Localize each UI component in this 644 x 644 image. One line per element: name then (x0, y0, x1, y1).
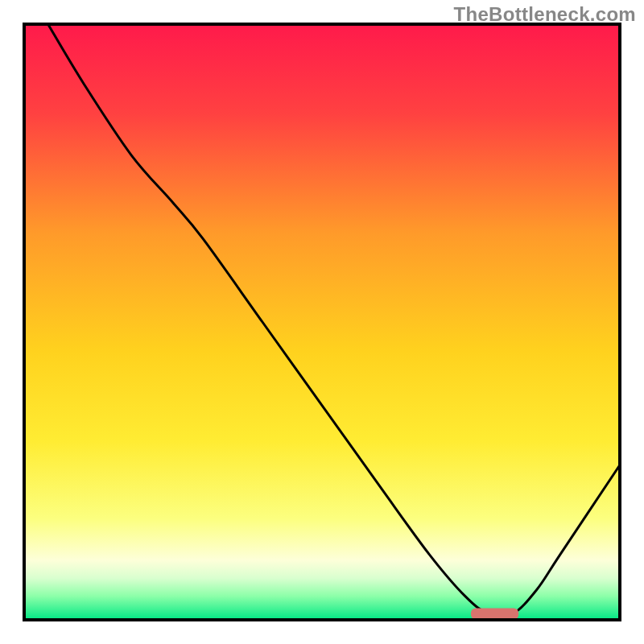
chart-frame: TheBottleneck.com (0, 0, 644, 644)
plot-background (24, 24, 620, 620)
bottleneck-chart (0, 0, 644, 644)
optimal-range-marker (471, 609, 518, 620)
watermark-text: TheBottleneck.com (454, 3, 636, 26)
